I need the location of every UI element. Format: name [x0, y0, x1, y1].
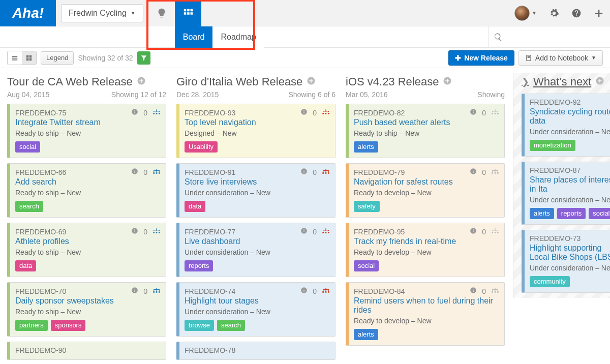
- card-title[interactable]: Store live interviews: [185, 177, 330, 187]
- feature-card[interactable]: FREDDEMO-92Syndicate cycling route dataU…: [522, 94, 610, 157]
- tag[interactable]: reports: [185, 260, 213, 271]
- card-id: FREDDEMO-90: [15, 346, 161, 354]
- tag[interactable]: community: [530, 276, 570, 287]
- card-title[interactable]: Push based weather alerts: [354, 118, 499, 127]
- tag[interactable]: social: [15, 141, 40, 153]
- card-tags: reports: [185, 260, 330, 271]
- feature-card[interactable]: FREDDEMO-87Share places of interest in I…: [522, 162, 610, 225]
- tag[interactable]: search: [15, 201, 43, 212]
- card-title[interactable]: Track my friends in real-time: [354, 237, 499, 246]
- search-input[interactable]: [488, 26, 610, 48]
- card-title[interactable]: Highlight supporting Local Bike Shops (L…: [530, 244, 610, 262]
- board-nav-button[interactable]: [175, 0, 201, 26]
- card-id: FREDDEMO-84: [354, 287, 465, 295]
- top-bar: Aha! Fredwin Cycling ▼ Board Roadmap ▼ ＋: [0, 0, 610, 26]
- product-picker[interactable]: Fredwin Cycling ▼: [61, 4, 143, 22]
- search-icon: [494, 33, 503, 42]
- card-title[interactable]: Syndicate cycling route data: [530, 107, 610, 126]
- feature-card[interactable]: FREDDEMO-790Navigation for safest routes…: [346, 163, 505, 218]
- feature-card[interactable]: FREDDEMO-78: [176, 342, 336, 360]
- tag[interactable]: Usability: [185, 141, 218, 153]
- view-list-button[interactable]: [8, 51, 22, 65]
- feature-card[interactable]: FREDDEMO-660Add searchReady to ship – Ne…: [7, 163, 166, 218]
- new-release-button[interactable]: ✚New Release: [448, 50, 514, 66]
- feature-card[interactable]: FREDDEMO-820Push based weather alertsRea…: [346, 104, 505, 158]
- card-title[interactable]: Remind users when to fuel during their r…: [354, 296, 499, 315]
- tag[interactable]: reports: [557, 208, 586, 219]
- tag[interactable]: browse: [185, 320, 214, 331]
- chevron-right-icon[interactable]: ❯: [522, 76, 529, 87]
- card-status: Ready to develop – New: [354, 189, 499, 197]
- card-title[interactable]: Integrate Twitter stream: [15, 118, 161, 127]
- column-title: Giro d'Italia Web Release: [176, 75, 336, 88]
- card-title[interactable]: Athlete profiles: [15, 237, 161, 246]
- legend-button[interactable]: Legend: [41, 51, 74, 65]
- card-tags: alertsreportssocial: [530, 208, 610, 219]
- tag[interactable]: social: [589, 208, 610, 219]
- column-showing: Showing 6 of 6: [288, 90, 336, 99]
- add-feature-icon[interactable]: [307, 76, 316, 88]
- feature-card[interactable]: FREDDEMO-750Integrate Twitter streamRead…: [7, 104, 166, 158]
- card-meta: 0: [470, 168, 499, 176]
- feature-card[interactable]: FREDDEMO-840Remind users when to fuel du…: [346, 282, 505, 346]
- add-feature-icon[interactable]: [137, 76, 146, 88]
- card-count: 0: [482, 287, 486, 295]
- card-title[interactable]: Share places of interest in Ita: [530, 175, 610, 194]
- card-title[interactable]: Navigation for safest routes: [354, 177, 499, 187]
- settings-button[interactable]: [543, 0, 565, 26]
- card-tags: data: [15, 260, 161, 271]
- feature-card[interactable]: FREDDEMO-90: [7, 342, 166, 360]
- feature-card[interactable]: FREDDEMO-73Highlight supporting Local Bi…: [522, 230, 610, 293]
- search-row: [0, 26, 610, 48]
- tag[interactable]: safety: [354, 201, 380, 212]
- tag[interactable]: alerts: [354, 329, 378, 340]
- card-id: FREDDEMO-87: [530, 166, 610, 174]
- add-feature-icon[interactable]: [443, 76, 452, 88]
- card-status: Ready to ship – New: [15, 129, 161, 137]
- tag[interactable]: alerts: [354, 141, 378, 153]
- user-menu[interactable]: ▼: [508, 0, 543, 26]
- feature-card[interactable]: FREDDEMO-700Daily sponsor sweepstakesRea…: [7, 282, 166, 337]
- card-title[interactable]: Live dashboard: [185, 237, 330, 246]
- add-button[interactable]: ＋: [588, 0, 610, 26]
- tag[interactable]: search: [217, 320, 245, 331]
- feature-card[interactable]: FREDDEMO-910Store live interviewsUnder c…: [176, 163, 336, 218]
- card-status: Under consideration – New: [530, 196, 610, 204]
- feature-card[interactable]: FREDDEMO-770Live dashboardUnder consider…: [176, 223, 336, 277]
- card-title[interactable]: Daily sponsor sweepstakes: [15, 296, 161, 306]
- card-id: FREDDEMO-79: [354, 168, 465, 176]
- card-count: 0: [143, 228, 147, 236]
- tab-roadmap[interactable]: Roadmap: [212, 26, 264, 48]
- tag[interactable]: sponsors: [51, 320, 86, 331]
- card-status: Ready to ship – New: [15, 189, 161, 197]
- card-title[interactable]: Highlight tour stages: [185, 296, 330, 306]
- card-tags: Usability: [185, 141, 330, 153]
- help-button[interactable]: [565, 0, 588, 26]
- tag[interactable]: social: [354, 260, 379, 271]
- card-title[interactable]: Add search: [15, 177, 161, 187]
- card-meta: 0: [470, 287, 499, 295]
- add-feature-icon[interactable]: [595, 75, 604, 88]
- feature-card[interactable]: FREDDEMO-950Track my friends in real-tim…: [346, 223, 505, 277]
- hierarchy-icon: [491, 228, 499, 235]
- column-header: ❯What's next: [522, 73, 610, 94]
- card-id: FREDDEMO-69: [15, 228, 126, 236]
- tag[interactable]: partners: [15, 320, 48, 331]
- card-status: Under consideration – New: [185, 248, 330, 256]
- card-status: Under consideration – New: [185, 308, 330, 316]
- card-title[interactable]: Top level navigation: [185, 118, 330, 127]
- plus-icon: ✚: [455, 54, 461, 62]
- tag[interactable]: data: [185, 201, 205, 212]
- feature-card[interactable]: FREDDEMO-930Top level navigationDesigned…: [176, 104, 336, 158]
- tag[interactable]: monetization: [530, 140, 575, 151]
- filter-button[interactable]: [137, 51, 150, 65]
- tag[interactable]: alerts: [530, 208, 554, 219]
- ideas-nav-button[interactable]: [148, 0, 175, 26]
- tab-board[interactable]: Board: [175, 26, 213, 48]
- add-notebook-button[interactable]: Add to Notebook ▼: [518, 50, 603, 66]
- view-grid-button[interactable]: [22, 51, 36, 65]
- tag[interactable]: data: [15, 260, 36, 271]
- feature-card[interactable]: FREDDEMO-690Athlete profilesReady to shi…: [7, 223, 166, 277]
- lightbulb-icon: [156, 8, 167, 19]
- feature-card[interactable]: FREDDEMO-740Highlight tour stagesUnder c…: [176, 282, 336, 337]
